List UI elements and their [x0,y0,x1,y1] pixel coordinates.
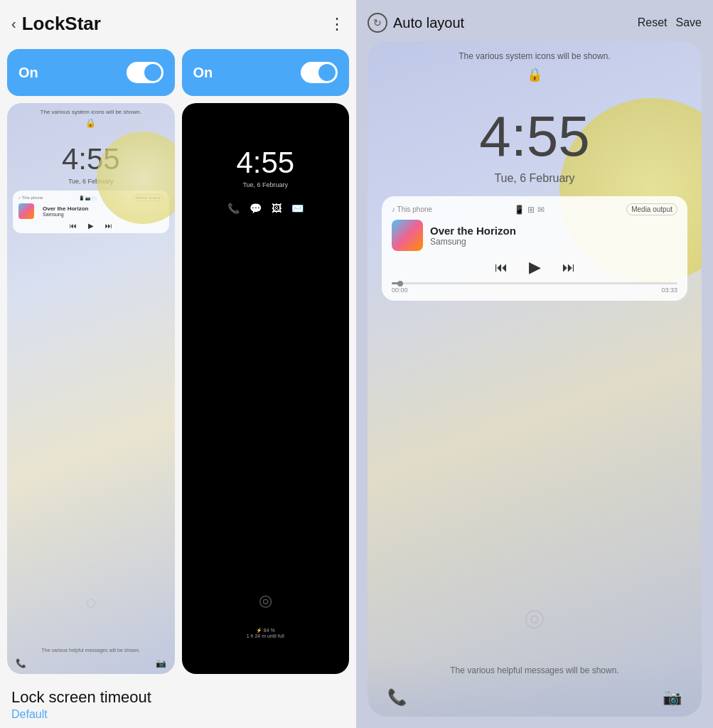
large-next-icon[interactable]: ⏭ [562,260,575,275]
light-bottom-icons: 📞 📷 [7,658,175,668]
timeout-section[interactable]: Lock screen timeout Default [0,674,356,728]
dark-fingerprint-icon: ◎ [259,592,272,610]
large-music-main: Over the Horizon Samsung [392,220,677,251]
auto-layout-title: Auto layout [393,15,464,31]
icon-grid-small: ⊞ [527,205,535,215]
large-preview-container: The various system icons will be shown. … [356,41,713,728]
dark-gallery-icon: 🖼 [272,203,282,214]
reset-button[interactable]: Reset [638,16,668,29]
toggle-2-label: On [193,65,213,81]
dark-battery-text: ⚡ 84 % 1 h 24 m until full [182,628,350,638]
light-music-source: ♪ This phone [18,196,43,200]
icon-mail-small: ✉ [537,205,545,215]
dark-screen-preview[interactable]: 4:55 Tue, 6 February 📞 💬 🖼 ✉️ ◎ ⚡ 84 % 1… [182,103,350,674]
right-header-actions: Reset Save [638,16,702,29]
back-button[interactable]: ‹ [11,16,16,32]
time-end: 03:33 [661,287,677,294]
icon-phone-small: 📱 [514,205,525,215]
dark-email-icon: ✉️ [291,203,304,214]
light-lock-icon: 🔒 [7,118,175,128]
header-left: ‹ LockStar [11,13,101,35]
toggle-card-1[interactable]: On [7,49,175,96]
large-top-message: The various system icons will be shown. [368,41,702,64]
large-music-controls: ⏮ ▶ ⏭ [392,258,677,277]
toggle-1-switch[interactable] [127,62,163,83]
large-lock-icon: 🔒 [368,67,702,82]
progress-dot [397,281,403,287]
play-icon[interactable]: ▶ [88,222,94,230]
light-music-title: Over the Horizon [43,205,88,212]
toggle-1-label: On [18,65,38,81]
large-bottom-icons: 📞 📷 [368,688,702,707]
light-music-icons-row: 📱 📷 ✉️ [79,196,96,200]
large-music-artwork [392,220,423,251]
progress-bar-bg [392,282,677,284]
next-icon[interactable]: ⏭ [105,222,112,230]
large-date-display: Tue, 6 February [368,172,702,185]
dark-message-icon: 💬 [250,203,262,214]
left-header: ‹ LockStar ⋮ [0,0,356,43]
large-music-header: ♪ This phone 📱 ⊞ ✉ Media output [392,203,677,215]
light-bottom-message: The various helpful messages will be sho… [7,648,175,653]
page-title: LockStar [22,13,101,35]
large-play-icon[interactable]: ▶ [529,258,541,277]
light-music-artwork [18,203,34,219]
preview-row: The various system icons will be shown. … [0,103,356,674]
right-header-left: ↻ Auto layout [368,13,464,33]
light-music-artist: Samsung [43,212,64,217]
toggle-card-2[interactable]: On [182,49,350,96]
save-button[interactable]: Save [676,16,702,29]
large-screen-preview[interactable]: The various system icons will be shown. … [368,41,702,717]
large-music-source: ♪ This phone [392,205,432,213]
progress-bar-container: 00:00 03:33 [392,282,677,294]
large-time-display: 4:55 [368,104,702,169]
prev-icon[interactable]: ⏮ [70,222,77,230]
timeout-value: Default [11,708,345,721]
large-prev-icon[interactable]: ⏮ [495,260,508,275]
dark-phone-icon: 📞 [227,203,240,214]
camera-icon: 📷 [156,658,166,668]
right-panel: ↻ Auto layout Reset Save The various sys… [356,0,713,728]
large-fingerprint-icon: ◎ [524,603,545,631]
right-header: ↻ Auto layout Reset Save [356,0,713,41]
dark-time-display: 4:55 [182,146,350,180]
light-screen-inner: The various system icons will be shown. … [7,103,175,674]
toggle-row: On On [0,43,356,103]
large-media-output-btn[interactable]: Media output [626,203,677,215]
light-screen-preview[interactable]: The various system icons will be shown. … [7,103,175,674]
large-bottom-message: The various helpful messages will be sho… [368,665,702,675]
phone-icon: 📞 [16,658,26,668]
light-music-info: Over the Horizon Samsung [43,205,88,217]
large-music-icons: 📱 ⊞ ✉ [514,205,545,215]
large-camera-icon: 📷 [663,688,682,707]
dark-icons-row: 📞 💬 🖼 ✉️ [182,203,350,214]
light-fingerprint-icon: ⬡ [86,596,96,610]
light-top-message: The various system icons will be shown. [7,103,175,117]
large-phone-icon: 📞 [387,688,407,707]
progress-times: 00:00 03:33 [392,287,677,294]
auto-layout-icon: ↻ [368,13,387,33]
large-music-card: ♪ This phone 📱 ⊞ ✉ Media output Over the… [382,196,687,301]
timeout-title: Lock screen timeout [11,688,345,707]
time-start: 00:00 [392,287,408,294]
toggle-2-switch[interactable] [301,62,338,83]
large-music-info: Over the Horizon Samsung [430,225,677,247]
large-music-title: Over the Horizon [430,225,677,237]
dark-date-display: Tue, 6 February [182,181,350,188]
more-options-button[interactable]: ⋮ [329,15,345,33]
left-panel: ‹ LockStar ⋮ On On The various system ic… [0,0,356,728]
large-music-artist: Samsung [430,237,677,247]
